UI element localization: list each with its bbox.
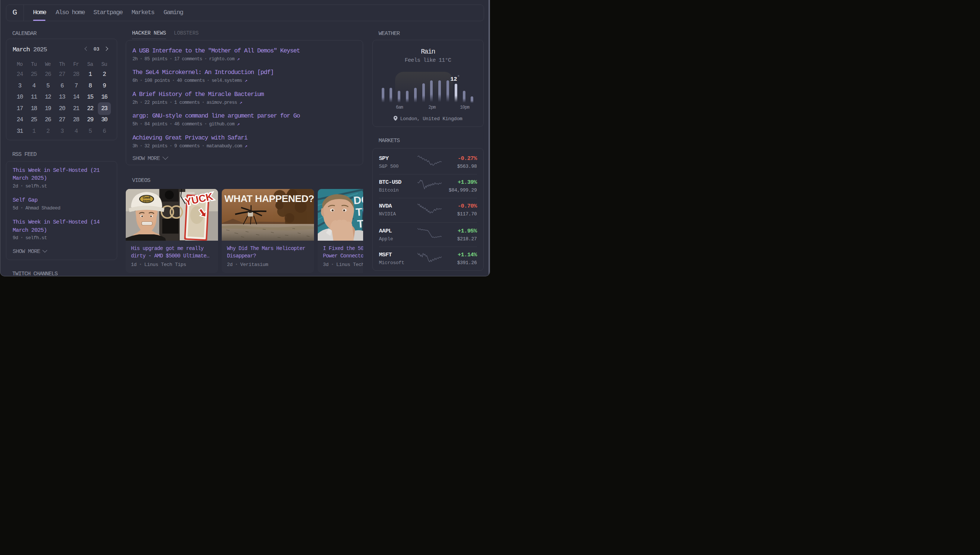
- svg-text:TH: TH: [355, 205, 363, 218]
- svg-text:Geek: Geek: [143, 196, 151, 199]
- svg-text:WHAT HAPPENED?: WHAT HAPPENED?: [225, 193, 314, 204]
- svg-text:DO: DO: [353, 193, 363, 206]
- svg-text:Squad: Squad: [143, 199, 150, 202]
- svg-text:T: T: [357, 218, 363, 230]
